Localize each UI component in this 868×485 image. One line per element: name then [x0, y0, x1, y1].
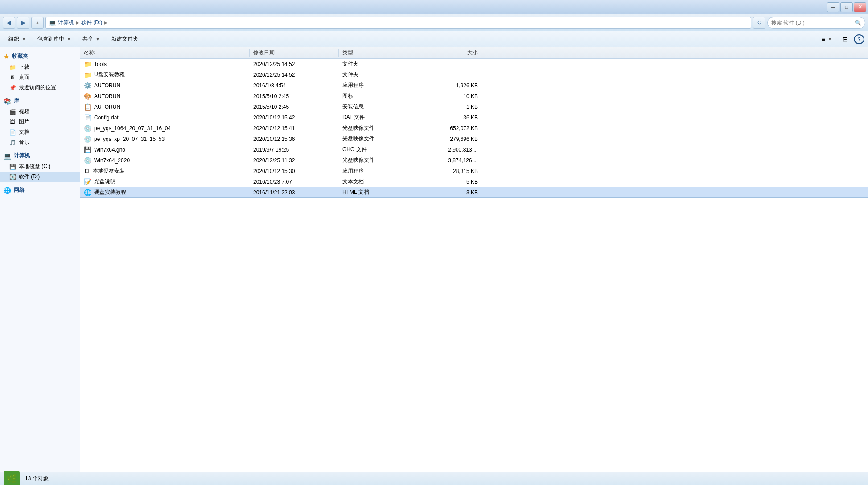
sidebar-item-video[interactable]: 🎬 视频 — [0, 107, 80, 117]
file-icon: 💾 — [84, 146, 91, 153]
sidebar-item-downloads[interactable]: 📁 下载 — [0, 62, 80, 72]
sidebar-section-library: 📚 库 🎬 视频 🖼 图片 📄 文档 🎵 音乐 — [0, 95, 80, 148]
file-date-cell: 2020/12/25 14:52 — [250, 72, 339, 78]
file-date-cell: 2019/9/7 19:25 — [250, 147, 339, 153]
new-folder-button[interactable]: 新建文件夹 — [107, 33, 143, 45]
file-name: AUTORUN — [94, 104, 120, 110]
file-name: AUTORUN — [94, 93, 120, 99]
file-icon: 📋 — [84, 103, 91, 111]
share-dropdown-icon: ▼ — [96, 37, 100, 41]
sidebar-item-image[interactable]: 🖼 图片 — [0, 117, 80, 127]
file-type-cell: 文件夹 — [339, 60, 419, 68]
table-row[interactable]: 🎨 AUTORUN 2015/5/10 2:45 图标 10 KB — [80, 91, 868, 102]
table-row[interactable]: 📄 Config.dat 2020/10/12 15:42 DAT 文件 36 … — [80, 112, 868, 123]
search-box[interactable]: 🔍 — [767, 17, 865, 29]
sidebar-drive-c-label: 本地磁盘 (C:) — [19, 163, 50, 170]
column-size[interactable]: 大小 — [419, 49, 481, 57]
sidebar-drive-d-label: 软件 (D:) — [19, 173, 40, 181]
file-size-cell: 5 KB — [419, 179, 481, 185]
help-button[interactable]: ? — [854, 34, 864, 44]
image-icon: 🖼 — [9, 119, 16, 126]
sidebar-network-header[interactable]: 🌐 网络 — [0, 185, 80, 196]
minimize-button[interactable]: ─ — [827, 2, 839, 12]
file-name-cell: 📁 Tools — [80, 61, 250, 68]
up-button[interactable]: ▲ — [31, 17, 44, 29]
sidebar-item-drive-c[interactable]: 💾 本地磁盘 (C:) — [0, 161, 80, 172]
file-type-cell: 文件夹 — [339, 71, 419, 78]
window-controls: ─ □ ✕ — [827, 2, 866, 12]
file-date-cell: 2020/10/12 15:41 — [250, 125, 339, 132]
computer-icon: 💻 — [4, 152, 11, 160]
sidebar-item-recent[interactable]: 📌 最近访问的位置 — [0, 82, 80, 93]
maximize-button[interactable]: □ — [840, 2, 853, 12]
column-name[interactable]: 名称 — [80, 49, 250, 57]
star-icon: ★ — [4, 53, 9, 60]
file-type-cell: 光盘映像文件 — [339, 135, 419, 143]
view-toggle-button[interactable]: ≡ ▼ — [817, 33, 837, 45]
table-row[interactable]: 💿 pe_yqs_1064_20_07_31_16_04 2020/10/12 … — [80, 123, 868, 134]
share-button[interactable]: 共享 ▼ — [78, 33, 105, 45]
search-icon: 🔍 — [855, 20, 861, 26]
sidebar-library-header[interactable]: 📚 库 — [0, 95, 80, 107]
network-icon: 🌐 — [4, 187, 11, 194]
sidebar-favorites-header[interactable]: ★ 收藏夹 — [0, 51, 80, 62]
close-button[interactable]: ✕ — [854, 2, 866, 12]
forward-button[interactable]: ▶ — [17, 17, 29, 29]
file-icon: 📁 — [84, 61, 91, 68]
breadcrumb-drive[interactable]: 软件 (D:) — [81, 19, 102, 26]
sidebar-item-music[interactable]: 🎵 音乐 — [0, 137, 80, 148]
sidebar-computer-header[interactable]: 💻 计算机 — [0, 150, 80, 161]
sidebar-item-docs[interactable]: 📄 文档 — [0, 127, 80, 137]
table-row[interactable]: 💿 pe_yqs_xp_20_07_31_15_53 2020/10/12 15… — [80, 134, 868, 144]
file-date-cell: 2020/12/25 14:52 — [250, 61, 339, 67]
file-name-cell: 📁 U盘安装教程 — [80, 71, 250, 78]
sidebar: ★ 收藏夹 📁 下载 🖥 桌面 📌 最近访问的位置 📚 库 — [0, 47, 80, 472]
table-row[interactable]: 💿 Win7x64_2020 2020/12/25 11:32 光盘映像文件 3… — [80, 155, 868, 166]
recent-icon: 📌 — [9, 84, 16, 91]
file-area: 名称 修改日期 类型 大小 📁 Tools 2020/12/25 14:52 文… — [80, 47, 868, 472]
file-date-cell: 2020/10/12 15:42 — [250, 115, 339, 121]
column-date[interactable]: 修改日期 — [250, 49, 339, 57]
sidebar-section-network: 🌐 网络 — [0, 185, 80, 196]
file-name-cell: 📝 光盘说明 — [80, 178, 250, 185]
table-row[interactable]: 📝 光盘说明 2016/10/23 7:07 文本文档 5 KB — [80, 177, 868, 187]
search-input[interactable] — [771, 20, 853, 26]
table-row[interactable]: 📋 AUTORUN 2015/5/10 2:45 安装信息 1 KB — [80, 102, 868, 112]
file-icon: ⚙️ — [84, 82, 91, 89]
breadcrumb: 💻 计算机 ▶ 软件 (D:) ▶ — [45, 17, 751, 29]
file-date-cell: 2020/10/12 15:36 — [250, 136, 339, 142]
file-name-cell: 🖥 本地硬盘安装 — [80, 167, 250, 175]
address-bar: ◀ ▶ ▲ 💻 计算机 ▶ 软件 (D:) ▶ ↻ 🔍 — [0, 14, 868, 31]
sidebar-docs-label: 文档 — [19, 128, 29, 136]
table-row[interactable]: 🖥 本地硬盘安装 2020/10/12 15:30 应用程序 28,315 KB — [80, 166, 868, 177]
table-row[interactable]: 📁 U盘安装教程 2020/12/25 14:52 文件夹 — [80, 70, 868, 80]
file-size-cell: 3 KB — [419, 189, 481, 196]
table-row[interactable]: 💾 Win7x64.gho 2019/9/7 19:25 GHO 文件 2,90… — [80, 144, 868, 155]
breadcrumb-sep-2: ▶ — [104, 20, 107, 25]
desktop-icon: 🖥 — [9, 74, 16, 81]
sidebar-item-desktop[interactable]: 🖥 桌面 — [0, 72, 80, 82]
app-logo: 🌿 — [4, 471, 20, 485]
sidebar-image-label: 图片 — [19, 118, 29, 126]
file-name: Win7x64_2020 — [94, 157, 130, 164]
sidebar-library-label: 库 — [14, 97, 19, 105]
include-library-button[interactable]: 包含到库中 ▼ — [33, 33, 76, 45]
sidebar-item-drive-d[interactable]: 💽 软件 (D:) — [0, 172, 80, 182]
organize-label: 组织 — [8, 35, 19, 43]
file-size-cell: 2,900,813 ... — [419, 147, 481, 153]
sidebar-downloads-label: 下载 — [19, 63, 29, 71]
file-name: pe_yqs_1064_20_07_31_16_04 — [94, 125, 171, 132]
details-pane-button[interactable]: ⊟ — [838, 33, 853, 45]
back-button[interactable]: ◀ — [3, 17, 15, 29]
drive-d-icon: 💽 — [9, 173, 16, 181]
table-row[interactable]: 📁 Tools 2020/12/25 14:52 文件夹 — [80, 59, 868, 70]
table-row[interactable]: ⚙️ AUTORUN 2016/1/8 4:54 应用程序 1,926 KB — [80, 80, 868, 91]
file-icon: 📝 — [84, 178, 91, 185]
organize-button[interactable]: 组织 ▼ — [4, 33, 31, 45]
column-type[interactable]: 类型 — [339, 49, 419, 57]
table-row[interactable]: 🌐 硬盘安装教程 2016/11/21 22:03 HTML 文档 3 KB — [80, 187, 868, 198]
refresh-button[interactable]: ↻ — [753, 17, 765, 29]
breadcrumb-computer[interactable]: 计算机 — [58, 19, 74, 26]
file-name: 光盘说明 — [94, 178, 115, 185]
file-list: 📁 Tools 2020/12/25 14:52 文件夹 📁 U盘安装教程 20… — [80, 59, 868, 472]
